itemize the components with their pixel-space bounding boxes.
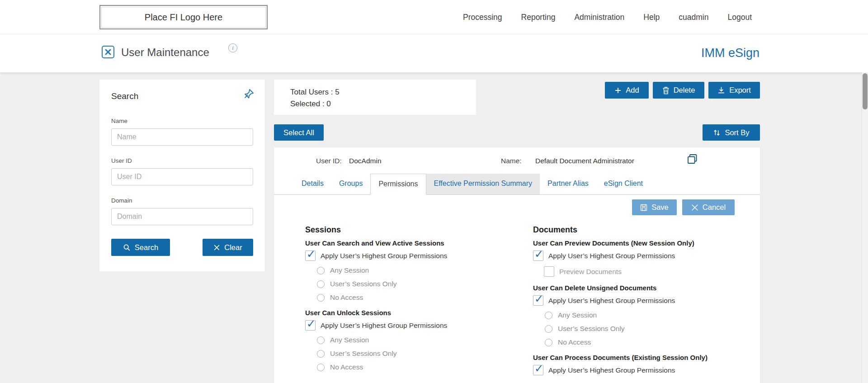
nav-reporting[interactable]: Reporting bbox=[521, 13, 556, 22]
apply-highest-checkbox[interactable]: ✓ Apply User’s Highest Group Permissions bbox=[533, 365, 760, 375]
sort-by-button[interactable]: Sort By bbox=[703, 124, 760, 141]
checkbox-checked-icon: ✓ bbox=[305, 320, 316, 331]
selected-count-text: Selected : 0 bbox=[290, 98, 476, 110]
select-all-button[interactable]: Select All bbox=[274, 124, 324, 141]
radio-label: No Access bbox=[330, 293, 363, 302]
export-button[interactable]: Export bbox=[708, 82, 760, 99]
perm-group-title: User Can Search and View Active Sessions bbox=[305, 239, 533, 247]
radio-no-access[interactable]: No Access bbox=[317, 293, 533, 302]
page-title: User Maintenance bbox=[121, 46, 209, 59]
user-id-value: DocAdmin bbox=[349, 157, 382, 165]
search-icon bbox=[123, 244, 131, 251]
tab-details[interactable]: Details bbox=[294, 174, 331, 194]
summary-box: Total Users : 5 Selected : 0 bbox=[274, 80, 476, 115]
sessions-column: Sessions User Can Search and View Active… bbox=[305, 223, 533, 379]
user-id-label: User ID: bbox=[316, 157, 342, 165]
export-button-label: Export bbox=[729, 86, 751, 95]
apply-highest-checkbox[interactable]: ✓ Apply User’s Highest Group Permissions bbox=[305, 320, 533, 331]
perm-group-unlock-sessions: User Can Unlock Sessions ✓ Apply User’s … bbox=[305, 309, 533, 371]
trash-icon bbox=[662, 86, 670, 95]
radio-no-access[interactable]: No Access bbox=[545, 338, 760, 346]
radio-any-session[interactable]: Any Session bbox=[317, 336, 533, 344]
userid-input[interactable] bbox=[111, 168, 253, 185]
search-button-label: Search bbox=[135, 243, 158, 252]
sort-icon bbox=[713, 129, 721, 137]
name-input[interactable] bbox=[111, 128, 253, 146]
apply-highest-checkbox[interactable]: ✓ Apply User’s Highest Group Permissions bbox=[533, 251, 760, 261]
radio-icon bbox=[545, 312, 552, 319]
checkbox-label: Apply User’s Highest Group Permissions bbox=[548, 252, 675, 260]
checkbox-label: Apply User’s Highest Group Permissions bbox=[321, 322, 447, 330]
content-area: Search Name User ID Domain Search bbox=[0, 72, 868, 383]
sessions-heading: Sessions bbox=[305, 225, 533, 235]
main-section: Total Users : 5 Selected : 0 Add bbox=[274, 80, 760, 383]
radio-label: Any Session bbox=[330, 266, 369, 274]
save-cancel-row: Save Cancel bbox=[274, 195, 760, 215]
user-maintenance-icon bbox=[101, 45, 115, 59]
clear-button[interactable]: Clear bbox=[203, 239, 253, 256]
brand-esign: IMM eSign bbox=[701, 46, 760, 60]
main-nav: Processing Reporting Administration Help… bbox=[463, 0, 752, 34]
nav-administration[interactable]: Administration bbox=[574, 13, 624, 22]
name-field-label: Name bbox=[111, 118, 253, 124]
documents-column: Documents User Can Preview Documents (Ne… bbox=[533, 223, 760, 379]
radio-users-sessions-only[interactable]: User’s Sessions Only bbox=[317, 350, 533, 358]
nav-processing[interactable]: Processing bbox=[463, 13, 502, 22]
radio-label: User’s Sessions Only bbox=[330, 280, 397, 288]
scrollbar-thumb[interactable] bbox=[863, 73, 868, 109]
plus-icon bbox=[614, 87, 622, 94]
radio-label: User’s Sessions Only bbox=[330, 350, 397, 358]
radio-label: No Access bbox=[558, 338, 591, 346]
cancel-button[interactable]: Cancel bbox=[682, 199, 735, 215]
search-panel: Search Name User ID Domain Search bbox=[99, 80, 265, 271]
summary-row: Total Users : 5 Selected : 0 Add bbox=[274, 80, 760, 115]
checkbox-checked-icon: ✓ bbox=[533, 365, 543, 375]
nav-help[interactable]: Help bbox=[643, 13, 660, 22]
checkbox-label: Apply User’s Highest Group Permissions bbox=[548, 366, 675, 374]
sort-by-label: Sort By bbox=[725, 128, 749, 137]
preview-documents-checkbox[interactable]: Preview Documents bbox=[544, 266, 760, 277]
tab-partner-alias[interactable]: Partner Alias bbox=[540, 174, 596, 194]
radio-users-sessions-only[interactable]: User’s Sessions Only bbox=[545, 325, 760, 333]
perm-group-title: User Can Preview Documents (New Session … bbox=[533, 239, 760, 247]
delete-button[interactable]: Delete bbox=[653, 82, 704, 99]
vertical-scrollbar[interactable] bbox=[862, 72, 868, 383]
pin-icon[interactable] bbox=[243, 88, 255, 100]
radio-users-sessions-only[interactable]: User’s Sessions Only bbox=[317, 280, 533, 288]
tab-effective-permission-summary[interactable]: Effective Permission Summary bbox=[426, 174, 540, 194]
nav-username[interactable]: cuadmin bbox=[679, 13, 708, 22]
user-card-header: User ID: DocAdmin Name: Default Document… bbox=[274, 147, 760, 174]
tab-esign-client[interactable]: eSign Client bbox=[596, 174, 651, 194]
top-navbar: Place FI Logo Here Processing Reporting … bbox=[0, 0, 868, 34]
perm-group-title: User Can Process Documents (Existing Ses… bbox=[533, 354, 760, 361]
domain-input[interactable] bbox=[111, 208, 253, 225]
copy-icon[interactable] bbox=[686, 153, 698, 165]
radio-any-session[interactable]: Any Session bbox=[545, 311, 760, 319]
search-button[interactable]: Search bbox=[111, 239, 170, 256]
perm-group-title: User Can Unlock Sessions bbox=[305, 309, 533, 317]
clear-button-label: Clear bbox=[224, 243, 242, 252]
radio-label: No Access bbox=[330, 363, 363, 371]
apply-highest-checkbox[interactable]: ✓ Apply User’s Highest Group Permissions bbox=[305, 251, 533, 261]
tab-groups[interactable]: Groups bbox=[331, 174, 370, 194]
apply-highest-checkbox[interactable]: ✓ Apply User’s Highest Group Permissions bbox=[533, 295, 760, 306]
download-icon bbox=[717, 86, 725, 94]
nav-logout[interactable]: Logout bbox=[727, 13, 752, 22]
radio-no-access[interactable]: No Access bbox=[317, 363, 533, 371]
radio-label: User’s Sessions Only bbox=[558, 325, 625, 333]
add-button[interactable]: Add bbox=[605, 82, 649, 99]
cancel-button-label: Cancel bbox=[703, 203, 726, 212]
save-button[interactable]: Save bbox=[632, 199, 677, 215]
radio-any-session[interactable]: Any Session bbox=[317, 266, 533, 274]
fi-logo-placeholder: Place FI Logo Here bbox=[99, 5, 268, 29]
checkbox-label: Apply User’s Highest Group Permissions bbox=[548, 297, 675, 305]
save-button-label: Save bbox=[651, 203, 669, 212]
perm-group-delete-unsigned-documents: User Can Delete Unsigned Documents ✓ App… bbox=[533, 284, 760, 346]
clear-x-icon bbox=[213, 244, 220, 251]
search-actions: Search Clear bbox=[111, 239, 253, 256]
list-controls-row: Select All Sort By bbox=[274, 124, 760, 141]
info-icon[interactable]: i bbox=[228, 43, 237, 52]
tab-permissions[interactable]: Permissions bbox=[370, 174, 426, 195]
user-card-tabs: Details Groups Permissions Effective Per… bbox=[274, 174, 760, 195]
radio-icon bbox=[317, 294, 325, 302]
